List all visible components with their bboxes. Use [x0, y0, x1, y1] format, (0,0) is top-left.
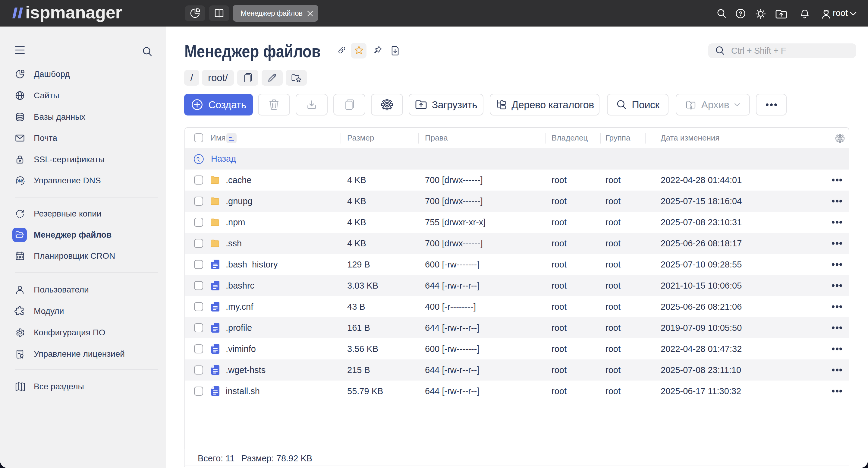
svg-text:?: ?: [739, 10, 742, 17]
svg-text:DNS: DNS: [16, 178, 25, 183]
